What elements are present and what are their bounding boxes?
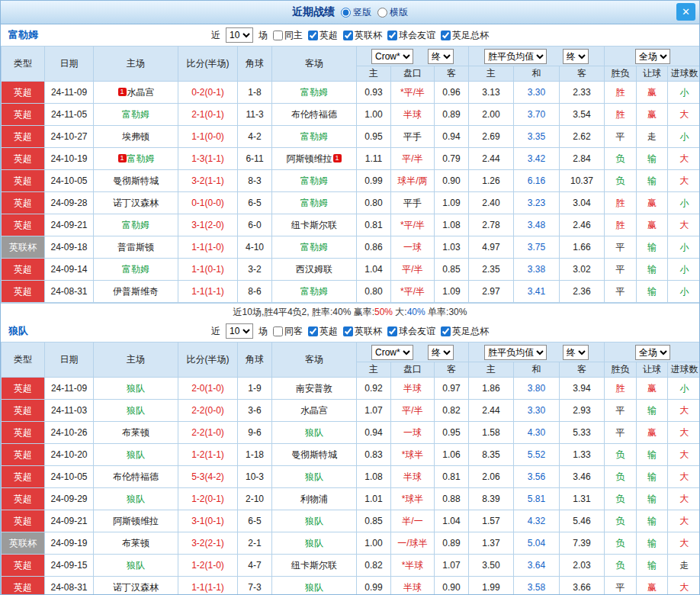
comp-badge: 英超 [2,126,45,148]
score: 2-0(1-0) [178,378,238,400]
home-team: 1富勒姆 [94,148,178,170]
avg-away: 10.37 [560,170,605,192]
facup-checkbox[interactable] [441,326,451,336]
corner-score: 9-6 [238,422,272,444]
epl-checkbox[interactable] [308,31,318,40]
result-goals: 大 [668,577,700,595]
vertical-radio[interactable] [341,8,351,18]
corner-score: 3-2 [238,259,272,281]
facup-label: 英足总杯 [452,325,489,338]
result-goals: 大 [668,148,700,170]
avg-draw: 4.32 [514,510,560,532]
fulltime-select[interactable]: 全场 [635,49,670,64]
avg-draw: 3.48 [514,214,560,236]
odds-home: 0.81 [357,214,391,236]
eflcup-checkbox[interactable] [343,31,353,40]
odds-away: 1.06 [435,444,469,466]
result-handicap: 赢 [637,82,668,104]
score: 2-1(0-1) [178,104,238,126]
score: 1-1(1-1) [178,281,238,303]
odds-away: 0.82 [435,400,469,422]
match-count-select[interactable]: 10 [226,27,253,43]
corner-score: 4-2 [238,126,272,148]
avg-odds-select[interactable]: 胜平负均值 [484,345,547,360]
match-row: 英联杯24-09-19布莱顿3-2(2-1)2-1狼队1.00一/球半0.891… [2,532,700,555]
home-team: 狼队 [94,444,178,466]
final-avg-select[interactable]: 终 [563,49,589,64]
facup-checkbox[interactable] [441,31,451,40]
score: 1-1(0-0) [178,126,238,148]
result-handicap: 赢 [637,104,668,126]
epl-checkbox[interactable] [308,326,318,336]
same-venue-checkbox[interactable] [273,326,283,336]
odds-handicap: *平/半 [391,82,435,104]
result-goals: 走 [668,555,700,577]
col-header-corner: 角球 [238,47,272,82]
match-row: 英超24-11-03狼队2-2(0-0)3-6水晶宫1.07平/半0.822.4… [2,400,700,422]
layout-horizontal-option[interactable]: 横版 [377,6,408,19]
avg-group-header: 胜平负均值 终 [469,343,605,362]
match-count-select[interactable]: 10 [226,323,253,339]
col-header-date: 日期 [45,343,94,378]
avg-home: 3.13 [469,82,514,104]
summary-footer: 近10场,胜4平4负2, 胜率:40% 赢率:50% 大:40% 单率:30% [1,303,699,320]
odds-handicap: 平手 [391,126,435,148]
avg-away: 3.94 [560,378,605,400]
bookmaker-select[interactable]: Crow* [371,345,413,360]
match-date: 24-09-19 [45,532,94,555]
comp-filter-facup[interactable]: 英足总杯 [441,29,489,42]
home-team: 1水晶宫 [94,82,178,104]
odds-handicap: 半/一 [391,510,435,532]
final-odds-select[interactable]: 终 [428,49,454,64]
final-avg-select[interactable]: 终 [563,345,589,360]
same-venue-filter[interactable]: 同客 [273,325,303,338]
match-row: 英超24-10-191富勒姆1-3(1-1)6-11阿斯顿维拉11.11平/半0… [2,148,700,170]
same-venue-checkbox[interactable] [273,31,283,40]
odds-handicap: 平/半 [391,148,435,170]
layout-vertical-option[interactable]: 竖版 [341,6,371,19]
comp-filter-facup[interactable]: 英足总杯 [441,325,489,338]
result-wdl: 胜 [605,214,637,236]
friendly-checkbox[interactable] [387,31,397,40]
avg-away: 3.04 [560,192,605,214]
comp-filter-eflcup[interactable]: 英联杯 [343,29,382,42]
avg-away: 7.39 [560,532,605,555]
avg-home: 2.44 [469,400,514,422]
comp-filter-eflcup[interactable]: 英联杯 [343,325,382,338]
score: 1-1(0-1) [178,259,238,281]
odds-handicap: 球半/两 [391,170,435,192]
final-odds-select[interactable]: 终 [428,345,454,360]
col-header-type: 类型 [2,343,45,378]
match-row: 英超24-11-09狼队2-0(1-0)1-9南安普敦0.92半球0.971.8… [2,378,700,400]
comp-filter-friendly[interactable]: 球会友谊 [387,29,435,42]
avg-away: 1.66 [560,236,605,259]
fulltime-select[interactable]: 全场 [635,345,670,360]
sub-header-home-odds: 主 [357,362,391,378]
comp-badge: 英超 [2,466,45,488]
friendly-checkbox[interactable] [387,326,397,336]
avg-odds-select[interactable]: 胜平负均值 [484,49,547,64]
odds-away: 0.89 [435,104,469,126]
horizontal-radio[interactable] [377,8,387,18]
near-label: 近 [211,325,220,338]
score: 3-2(1-1) [178,170,238,192]
result-handicap: 输 [637,555,668,577]
bookmaker-select[interactable]: Crow* [371,49,413,64]
avg-draw: 3.35 [514,126,560,148]
result-handicap: 输 [637,444,668,466]
eflcup-checkbox[interactable] [343,326,353,336]
comp-filter-epl[interactable]: 英超 [308,325,338,338]
avg-draw: 3.70 [514,104,560,126]
odds-away: 0.96 [435,82,469,104]
match-date: 24-11-09 [45,82,94,104]
avg-draw: 5.81 [514,488,560,510]
close-icon[interactable]: ✕ [676,3,695,21]
match-date: 24-11-05 [45,104,94,126]
comp-filter-epl[interactable]: 英超 [308,29,338,42]
footer-text: 40% [332,307,351,317]
same-venue-filter[interactable]: 同主 [273,29,303,42]
comp-filter-friendly[interactable]: 球会友谊 [387,325,435,338]
footer-text: 近10场,胜4平4负2, 胜率: [233,306,333,319]
sub-header-avg-home: 主 [469,66,514,82]
odds-handicap: 一球 [391,422,435,444]
